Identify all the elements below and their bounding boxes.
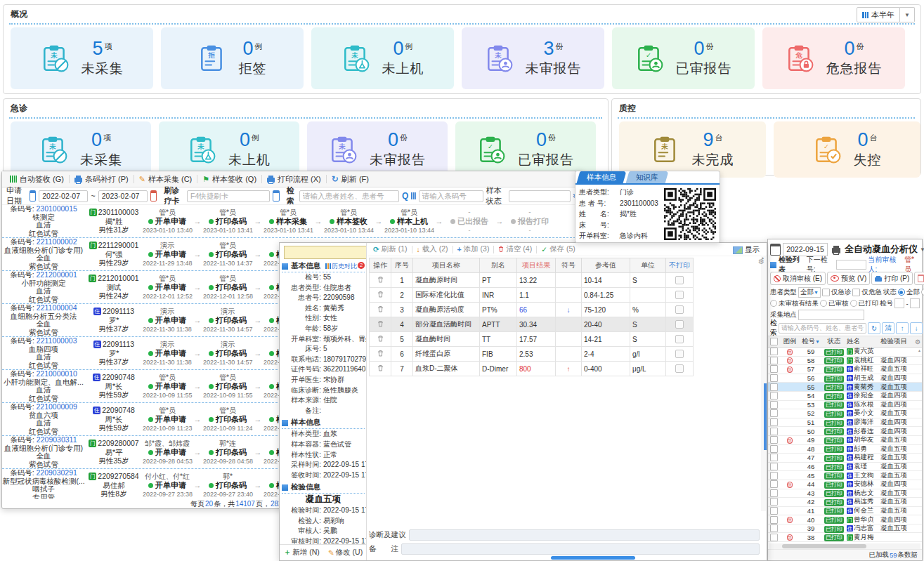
critical-only-checkbox[interactable] bbox=[852, 289, 860, 296]
instrument-search-input[interactable] bbox=[779, 323, 866, 334]
date-to-input[interactable] bbox=[98, 190, 148, 202]
instrument-name[interactable]: 全自动凝血分析仪 bbox=[845, 243, 918, 256]
status-printed-radio[interactable] bbox=[850, 300, 857, 307]
refresh-icon[interactable]: ↻ bbox=[868, 322, 880, 334]
gear-icon[interactable]: ⚙ bbox=[758, 258, 764, 265]
add-result-button[interactable]: +添加 (3) bbox=[453, 244, 494, 254]
noprint-cell[interactable] bbox=[666, 347, 694, 362]
history-compare-link[interactable]: 历史对比 2 bbox=[325, 262, 365, 271]
save-results-button[interactable]: ✓保存 (5) bbox=[537, 244, 580, 254]
status-unreviewed-radio[interactable] bbox=[921, 289, 924, 296]
barcode-link[interactable]: 2211000002 bbox=[37, 237, 77, 246]
display-toggle[interactable]: 显示 bbox=[733, 245, 760, 255]
row-checkbox[interactable] bbox=[770, 480, 778, 488]
remark-input[interactable] bbox=[401, 543, 760, 555]
auto-signin-button[interactable]: 自动签收 (G) bbox=[5, 174, 69, 185]
clear-button[interactable]: 清 bbox=[882, 322, 894, 334]
sample-row[interactable]: 条码号: 2301000015镁测定血清红色试管门2301100003揭*胜男性… bbox=[2, 205, 583, 238]
row-checkbox[interactable] bbox=[770, 445, 778, 453]
print-flow-button[interactable]: 打印流程 (X) bbox=[262, 174, 326, 185]
instrument-row[interactable]: 45已打印住王文狗凝血五项 bbox=[768, 471, 922, 480]
result-row[interactable]: 5凝血酶时间TT17.5714-21S bbox=[370, 332, 694, 347]
result-row[interactable]: 4部分凝血活酶时间APTT30.3420-40S bbox=[370, 317, 694, 332]
noprint-checkbox[interactable] bbox=[675, 335, 684, 343]
noprint-checkbox[interactable] bbox=[675, 305, 684, 314]
instrument-row[interactable]: 急40已打印门曾华贞凝血四项 bbox=[768, 515, 922, 524]
sample-collect-button[interactable]: ✎样本采集 (C) bbox=[134, 174, 197, 185]
noprint-cell[interactable] bbox=[666, 317, 694, 332]
delete-cell[interactable] bbox=[370, 332, 391, 347]
instrument-row[interactable]: 急49已打印住胡华友凝血五项 bbox=[768, 436, 922, 445]
delete-button[interactable]: 删除 (D) bbox=[914, 272, 924, 285]
barcode-search-input[interactable] bbox=[419, 190, 483, 202]
sample-signin-button[interactable]: ⚑样本签收 (Q) bbox=[197, 174, 261, 185]
noprint-cell[interactable] bbox=[666, 288, 694, 303]
row-checkbox[interactable] bbox=[770, 374, 778, 382]
instrument-caret-icon[interactable]: ▼ bbox=[920, 246, 924, 253]
card-swipe-input[interactable] bbox=[187, 190, 270, 202]
diagnosis-input[interactable] bbox=[409, 529, 760, 541]
barcode-link[interactable]: 2211000004 bbox=[37, 303, 77, 312]
row-checkbox[interactable] bbox=[770, 436, 778, 444]
date-from-input[interactable] bbox=[39, 190, 88, 202]
test-no-to-input[interactable] bbox=[910, 298, 920, 308]
scrollbar-thumb[interactable] bbox=[782, 544, 866, 548]
instrument-row[interactable]: 52已打印住晏小文凝血五项 bbox=[768, 409, 922, 418]
instrument-row[interactable]: 55已打印住黄菊秀凝血五项 bbox=[768, 383, 922, 392]
instrument-row[interactable]: 47已打印住易建程凝血五项 bbox=[768, 454, 922, 463]
refresh-results-button[interactable]: ⟳刷新 (1) bbox=[369, 244, 412, 254]
noprint-cell[interactable] bbox=[666, 362, 694, 376]
add-record-button[interactable]: ＋新增 (N) bbox=[284, 548, 320, 557]
scroll-up-icon[interactable]: ▲ bbox=[918, 348, 921, 352]
down-arrow-button[interactable]: ↓ bbox=[910, 322, 923, 334]
row-checkbox[interactable] bbox=[770, 383, 778, 391]
print-button[interactable]: 打印 (P) bbox=[871, 272, 913, 285]
noprint-checkbox[interactable] bbox=[675, 350, 684, 358]
tab-sample-info[interactable]: 样本信息 bbox=[577, 171, 627, 183]
instrument-row[interactable]: 53已打印住陈水根凝血四项 bbox=[768, 401, 922, 410]
instrument-row[interactable]: 急38已打印门黄月梅 bbox=[768, 533, 922, 542]
delete-cell[interactable] bbox=[370, 347, 391, 362]
delete-cell[interactable] bbox=[370, 362, 391, 376]
search-icon[interactable]: Q bbox=[402, 191, 408, 201]
instrument-row[interactable]: 急44已打印住安德林凝血四项 bbox=[768, 480, 922, 489]
row-checkbox[interactable] bbox=[770, 401, 778, 409]
instrument-row[interactable]: 急57已打印住俞祥旺凝血五项 bbox=[768, 365, 922, 374]
row-checkbox[interactable] bbox=[770, 428, 778, 435]
status-unreviewed-result-radio[interactable] bbox=[770, 300, 777, 307]
barcode-scan-input[interactable] bbox=[284, 246, 367, 259]
result-row[interactable]: 6纤维蛋白原FIB2.532-4g/l bbox=[370, 347, 694, 362]
instrument-row[interactable]: 48已打印住彭勇凝血五项 bbox=[768, 445, 922, 454]
instrument-row[interactable]: 54已打印住徐宛金凝血四项 bbox=[768, 392, 922, 401]
barcode-link[interactable]: 2210000009 bbox=[36, 402, 77, 411]
window-scrollbar-thumb[interactable] bbox=[764, 383, 767, 450]
instrument-row[interactable]: 43已打印住杨志文凝血五项 bbox=[768, 489, 922, 499]
instrument-row[interactable]: 51已打印住廖海洋凝血四项 bbox=[768, 418, 922, 428]
result-row[interactable]: 1凝血酶原时间PT13.2210-14S bbox=[370, 273, 694, 288]
no-column-header[interactable]: 检号▼ bbox=[800, 337, 821, 346]
result-row[interactable]: 3凝血酶原活动度PT%66↓75-120% bbox=[370, 303, 694, 317]
instrument-row[interactable]: 46已打印住袁瑾凝血五项 bbox=[768, 463, 922, 472]
patient-type-select[interactable]: 全部▼ bbox=[798, 287, 821, 298]
refresh-button[interactable]: ↻刷新 (F) bbox=[327, 174, 374, 185]
barcode-link[interactable]: 2301000015 bbox=[36, 205, 77, 213]
instrument-row[interactable]: 41已打印住何金兰凝血五项 bbox=[768, 507, 922, 516]
instrument-row[interactable]: 急59已打印门黄六英 bbox=[768, 348, 922, 357]
edit-record-button[interactable]: ✎修改 (U) bbox=[328, 548, 363, 557]
barcode-link[interactable]: 2211000003 bbox=[37, 336, 77, 345]
row-checkbox[interactable] bbox=[770, 524, 778, 532]
row-checkbox[interactable] bbox=[770, 357, 778, 364]
test-no-from-input[interactable] bbox=[894, 298, 904, 308]
next-no-input[interactable] bbox=[836, 260, 866, 270]
result-row[interactable]: 2国际标准化比值INR1.10.84-1.25 bbox=[370, 288, 694, 303]
instrument-row[interactable]: 56已打印住胡玉成凝血四项 bbox=[768, 374, 922, 383]
period-caret-button[interactable]: ▼ bbox=[900, 7, 915, 22]
noprint-checkbox[interactable] bbox=[675, 276, 684, 284]
preview-button[interactable]: 预览 (V) bbox=[827, 272, 870, 285]
noprint-cell[interactable] bbox=[666, 273, 694, 288]
tab-knowledge-base[interactable]: 知识库 bbox=[626, 171, 668, 183]
delete-cell[interactable] bbox=[370, 288, 391, 303]
barcode-link[interactable]: 2210000010 bbox=[36, 369, 77, 378]
barcode-link[interactable]: 2209030291 bbox=[36, 468, 77, 477]
up-arrow-button[interactable]: ↑ bbox=[896, 322, 909, 334]
